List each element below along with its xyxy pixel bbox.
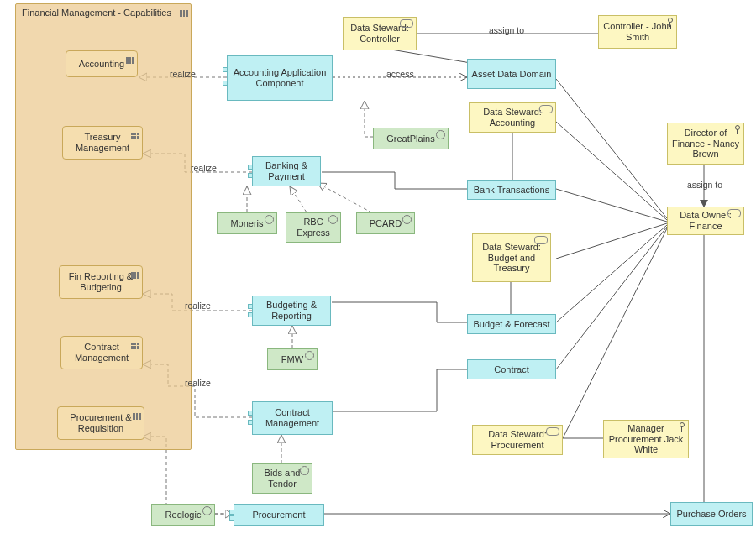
role-data-owner[interactable]: Data Owner: Finance xyxy=(667,207,744,235)
role-ds-procurement[interactable]: Data Steward: Procurement xyxy=(472,425,563,455)
edge-label-realize: realize xyxy=(189,163,218,173)
capability-icon xyxy=(126,53,134,64)
artifact-label: PCARD xyxy=(370,218,402,229)
artifact-icon xyxy=(300,466,309,477)
capability-procurement[interactable]: Procurement & Requisition xyxy=(57,406,144,440)
domain-asset[interactable]: Asset Data Domain xyxy=(467,59,556,89)
role-icon xyxy=(539,105,553,115)
artifact-label: FMW xyxy=(281,354,303,365)
artifact-pcard[interactable]: PCARD xyxy=(356,212,415,234)
artifact-bidstendor[interactable]: Bids and Tendor xyxy=(252,463,312,494)
role-icon xyxy=(727,209,741,219)
component-banking[interactable]: Banking & Payment xyxy=(252,156,321,186)
actor-manager[interactable]: Manager Procurement Jack White xyxy=(603,420,689,458)
artifact-fmw[interactable]: FMW xyxy=(267,348,318,370)
domain-contract[interactable]: Contract xyxy=(467,359,556,379)
grouping-title: Financial Management - Capabilities xyxy=(16,8,177,18)
edge-label-access: access xyxy=(385,69,416,79)
actor-label: Director of Finance - Nancy Brown xyxy=(671,128,740,160)
domain-label: Budget & Forecast xyxy=(473,319,549,330)
component-budgeting[interactable]: Budgeting & Reporting xyxy=(252,296,331,326)
artifact-reqlogic[interactable]: Reqlogic xyxy=(151,504,215,526)
capability-label: Procurement & Requisition xyxy=(61,412,140,433)
component-label: Contract Management xyxy=(256,407,328,428)
artifact-greatplains[interactable]: GreatPlains xyxy=(373,128,449,149)
capability-label: Contract Management xyxy=(65,342,139,363)
domain-label: Bank Transactions xyxy=(474,185,550,196)
role-ds-budget[interactable]: Data Steward: Budget and Treasury xyxy=(472,233,551,282)
capability-icon xyxy=(131,128,139,139)
artifact-icon xyxy=(202,506,212,517)
role-ds-accounting[interactable]: Data Steward: Accounting xyxy=(469,102,556,133)
artifact-icon xyxy=(436,130,445,141)
domain-label: Purchase Orders xyxy=(676,509,746,520)
component-label: Banking & Payment xyxy=(256,160,317,181)
artifact-label: GreatPlains xyxy=(386,133,434,144)
capability-label: Fin Reporting & Budgeting xyxy=(63,271,139,292)
component-label: Accounting Application Component xyxy=(231,67,328,88)
component-label: Budgeting & Reporting xyxy=(256,300,327,321)
artifact-label: Reqlogic xyxy=(165,510,202,521)
role-icon xyxy=(534,236,548,246)
capability-icon xyxy=(131,338,139,349)
component-contract[interactable]: Contract Management xyxy=(252,401,333,435)
diagram-canvas: Financial Management - Capabilities Acco… xyxy=(0,0,756,539)
actor-director[interactable]: Director of Finance - Nancy Brown xyxy=(667,123,744,165)
edge-label-realize: realize xyxy=(183,301,213,311)
actor-icon xyxy=(677,422,685,434)
capability-label: Treasury Management xyxy=(66,132,139,153)
artifact-icon xyxy=(402,215,412,226)
capability-finreporting[interactable]: Fin Reporting & Budgeting xyxy=(59,265,143,299)
edge-label-realize: realize xyxy=(168,69,197,79)
domain-bank[interactable]: Bank Transactions xyxy=(467,180,556,200)
role-icon xyxy=(400,19,413,29)
domain-label: Asset Data Domain xyxy=(472,69,552,80)
edge-label-realize: realize xyxy=(183,378,213,388)
edge-label-assign: assign to xyxy=(685,180,724,190)
domain-label: Contract xyxy=(494,364,529,375)
actor-icon xyxy=(732,125,741,137)
actor-label: Controller - John Smith xyxy=(602,21,673,42)
artifact-icon xyxy=(305,351,314,362)
capability-icon xyxy=(131,268,139,279)
role-ds-controller[interactable]: Data Steward: Controller xyxy=(343,17,417,50)
edge-label-assign: assign to xyxy=(487,25,526,35)
capability-contract[interactable]: Contract Management xyxy=(60,336,143,369)
domain-purchase[interactable]: Purchase Orders xyxy=(670,502,753,526)
domain-budget[interactable]: Budget & Forecast xyxy=(467,314,556,334)
artifact-moneris[interactable]: Moneris xyxy=(217,212,277,234)
artifact-rbc[interactable]: RBC Express xyxy=(286,212,341,243)
grouping-icon xyxy=(180,6,188,17)
capability-treasury[interactable]: Treasury Management xyxy=(62,126,143,160)
component-accounting[interactable]: Accounting Application Component xyxy=(227,55,333,101)
role-label: Data Steward: Budget and Treasury xyxy=(476,242,547,274)
artifact-icon xyxy=(328,215,338,226)
capability-accounting[interactable]: Accounting xyxy=(66,50,138,77)
capability-icon xyxy=(133,409,141,420)
actor-controller[interactable]: Controller - John Smith xyxy=(598,15,677,49)
actor-icon xyxy=(665,18,674,29)
artifact-icon xyxy=(265,215,274,226)
component-procurement[interactable]: Procurement xyxy=(234,504,324,526)
actor-label: Manager Procurement Jack White xyxy=(607,423,685,455)
component-label: Procurement xyxy=(253,510,306,521)
capability-label: Accounting xyxy=(79,59,124,70)
artifact-label: Moneris xyxy=(230,218,263,229)
role-icon xyxy=(546,427,559,437)
